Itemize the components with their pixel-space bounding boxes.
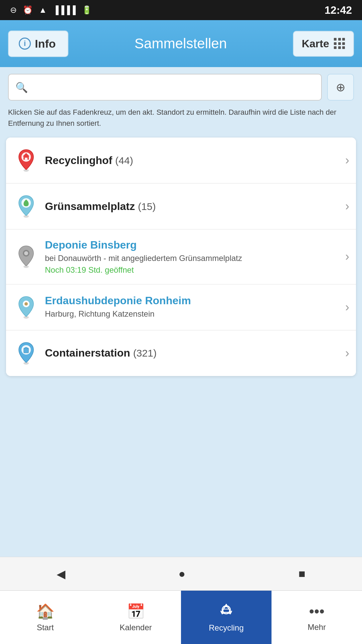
- minus-icon: ⊖: [10, 5, 17, 15]
- chevron-icon: ›: [345, 250, 349, 264]
- item-status: Noch 03:19 Std. geöffnet: [45, 265, 340, 275]
- item-title-link: Erdaushubdeponie Ronheim: [45, 294, 191, 307]
- status-bar: ⊖ ⏰ ▲ ▐▐▐▐ 🔋 12:42: [0, 0, 362, 20]
- search-area: 🔍 ⊕: [0, 67, 362, 104]
- wifi-icon: ▲: [39, 5, 47, 15]
- helper-text: Klicken Sie auf das Fadenkreuz, um den a…: [0, 104, 362, 134]
- more-icon: •••: [309, 603, 324, 620]
- info-button[interactable]: i Info: [8, 31, 68, 57]
- nav-label-recycling: Recycling: [209, 623, 244, 633]
- chevron-icon: ›: [345, 300, 349, 314]
- list-item[interactable]: Recyclinghof (44) ›: [6, 138, 356, 183]
- grid-icon: [334, 38, 345, 49]
- list-item[interactable]: Deponie Binsberg bei Donauwörth - mit an…: [6, 229, 356, 284]
- item-content: Grünsammelplatz (15): [40, 200, 345, 213]
- nav-item-recycling[interactable]: Recycling: [181, 591, 272, 644]
- info-icon: i: [19, 38, 31, 50]
- item-sub: Harburg, Richtung Katzenstein: [45, 308, 340, 320]
- list-item[interactable]: Grünsammelplatz (15) ›: [6, 183, 356, 229]
- item-icon-ronheim: [13, 294, 40, 321]
- home-button[interactable]: ●: [165, 564, 199, 584]
- item-title: Grünsammelplatz (15): [45, 200, 156, 212]
- item-icon-containerstation: [13, 340, 40, 367]
- item-sub: bei Donauwörth - mit angegliedertem Grün…: [45, 253, 340, 264]
- signal-icon: ▐▐▐▐: [53, 5, 76, 15]
- status-time: 12:42: [324, 4, 352, 16]
- house-icon: 🏠: [36, 603, 55, 620]
- list-container: Recyclinghof (44) › Grünsammelplatz (15)…: [6, 138, 356, 376]
- alarm-icon: ⏰: [23, 5, 33, 15]
- header: i Info Sammelstellen Karte: [0, 20, 362, 67]
- search-input[interactable]: [33, 82, 314, 93]
- nav-item-kalender[interactable]: 📅 Kalender: [90, 591, 181, 644]
- item-title: Recyclinghof (44): [45, 154, 133, 166]
- item-content: Deponie Binsberg bei Donauwörth - mit an…: [40, 239, 345, 275]
- chevron-icon: ›: [345, 199, 349, 213]
- karte-button[interactable]: Karte: [293, 31, 354, 57]
- list-item[interactable]: Erdaushubdeponie Ronheim Harburg, Richtu…: [6, 284, 356, 330]
- header-title: Sammelstellen: [68, 36, 293, 52]
- item-icon-recyclinghof: [13, 147, 40, 174]
- system-nav: ◀ ● ■: [0, 557, 362, 590]
- square-button[interactable]: ■: [285, 564, 319, 584]
- item-title-link: Deponie Binsberg: [45, 239, 137, 251]
- item-content: Erdaushubdeponie Ronheim Harburg, Richtu…: [40, 294, 345, 320]
- svg-point-11: [24, 302, 28, 306]
- nav-item-mehr[interactable]: ••• Mehr: [272, 591, 362, 644]
- karte-label: Karte: [302, 38, 329, 50]
- nav-label-mehr: Mehr: [308, 623, 326, 632]
- chevron-icon: ›: [345, 346, 349, 360]
- chevron-icon: ›: [345, 153, 349, 167]
- crosshair-icon: ⊕: [336, 80, 345, 94]
- info-label: Info: [35, 37, 56, 50]
- search-box[interactable]: 🔍: [8, 74, 322, 101]
- bottom-nav: 🏠 Start 📅 Kalender: [0, 590, 362, 644]
- search-icon: 🔍: [15, 82, 28, 93]
- nav-label-start: Start: [37, 623, 54, 632]
- item-icon-gruensammelplatz: [13, 193, 40, 220]
- svg-point-8: [24, 251, 28, 255]
- nav-label-kalender: Kalender: [120, 623, 152, 632]
- nav-item-start[interactable]: 🏠 Start: [0, 591, 90, 644]
- back-button[interactable]: ◀: [43, 564, 79, 584]
- item-title: Containerstation (321): [45, 347, 157, 359]
- list-item[interactable]: Containerstation (321) ›: [6, 330, 356, 376]
- battery-icon: 🔋: [82, 5, 92, 15]
- item-icon-deponie: [13, 243, 40, 270]
- recycle-icon: [219, 602, 234, 621]
- location-button[interactable]: ⊕: [327, 74, 354, 101]
- calendar-icon: 📅: [127, 603, 145, 620]
- item-content: Recyclinghof (44): [40, 154, 345, 167]
- item-content: Containerstation (321): [40, 347, 345, 359]
